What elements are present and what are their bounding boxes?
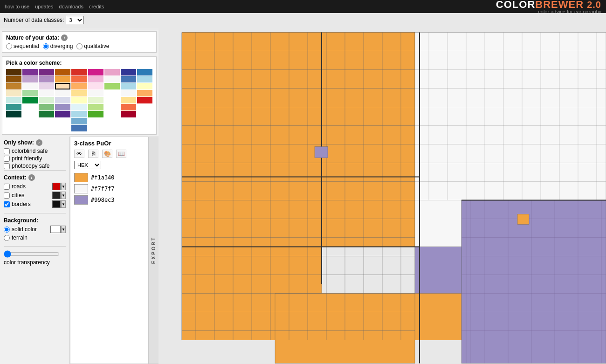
borders-checkbox[interactable] <box>4 201 10 207</box>
swatch-3-4[interactable] <box>39 90 54 96</box>
swatch-8-6[interactable] <box>121 104 136 110</box>
format-select[interactable]: HEX RGB CMYK HSL <box>74 161 101 169</box>
swatch-6-5[interactable] <box>88 97 103 103</box>
swatch-5-8[interactable] <box>71 118 87 124</box>
swatch-4-3[interactable] <box>55 83 70 89</box>
swatch-8-2[interactable] <box>121 76 136 82</box>
swatch-7-1[interactable] <box>104 69 120 76</box>
borders-option[interactable]: borders <box>4 201 50 207</box>
swatch-8-7[interactable] <box>121 111 136 117</box>
swatch-8-1[interactable] <box>121 69 136 76</box>
nav-downloads[interactable]: downloads <box>59 4 83 9</box>
eye-icon[interactable]: 👁 <box>74 150 84 158</box>
book-icon[interactable]: 📖 <box>116 150 126 158</box>
swatch-3-7[interactable] <box>39 111 54 117</box>
cities-checkbox[interactable] <box>4 192 10 199</box>
swatch-5-2[interactable] <box>71 76 87 82</box>
swatch-9-1[interactable] <box>137 69 152 76</box>
colorblind-option[interactable]: colorblind safe <box>4 148 48 154</box>
swatch-5-6[interactable] <box>71 104 87 110</box>
swatch-1-5[interactable] <box>6 97 21 103</box>
swatch-7-3[interactable] <box>104 83 120 89</box>
transparency-slider[interactable] <box>4 250 60 258</box>
swatch-6-6[interactable] <box>88 104 103 110</box>
swatch-9-5[interactable] <box>137 97 152 103</box>
qualitative-option[interactable]: qualitative <box>76 43 109 49</box>
swatch-8-3[interactable] <box>121 83 136 89</box>
cities-swatch[interactable] <box>52 192 61 199</box>
print-checkbox[interactable] <box>4 156 10 162</box>
terrain-radio[interactable] <box>4 235 10 241</box>
swatch-1-1[interactable] <box>6 69 21 76</box>
swatch-6-2[interactable] <box>88 76 103 82</box>
diverging-radio[interactable] <box>43 43 49 49</box>
print-option[interactable]: print friendly <box>4 155 42 162</box>
roads-swatch[interactable] <box>52 183 61 190</box>
swatch-8-4[interactable] <box>121 90 136 96</box>
nav-how-to-use[interactable]: how to use <box>5 4 29 9</box>
swatch-4-1[interactable] <box>55 69 70 76</box>
swatch-2-5[interactable] <box>22 97 38 103</box>
swatch-1-3[interactable] <box>6 83 21 89</box>
swatch-4-5[interactable] <box>55 97 70 103</box>
swatch-1-2[interactable] <box>6 76 21 82</box>
swatch-6-3[interactable] <box>88 83 103 89</box>
nature-info-icon[interactable]: i <box>61 34 68 41</box>
diverging-option[interactable]: diverging <box>43 43 73 49</box>
swatch-5-9[interactable] <box>71 125 87 131</box>
roads-checkbox[interactable] <box>4 184 10 190</box>
swatch-2-2[interactable] <box>22 76 38 82</box>
palette-icon[interactable]: 🎨 <box>102 150 112 158</box>
bg-swatch[interactable] <box>50 226 61 233</box>
borders-color-btn[interactable]: ▼ <box>52 200 66 208</box>
roads-color-btn[interactable]: ▼ <box>52 183 66 190</box>
bg-arrow[interactable]: ▼ <box>61 226 66 233</box>
nav-updates[interactable]: updates <box>35 4 53 9</box>
copy-icon[interactable]: ⎘ <box>88 150 98 158</box>
sequential-option[interactable]: sequential <box>6 43 39 49</box>
photocopy-checkbox[interactable] <box>4 163 10 169</box>
swatch-1-6[interactable] <box>6 104 21 110</box>
photocopy-option[interactable]: photocopy safe <box>4 163 49 169</box>
solid-radio[interactable] <box>4 227 10 233</box>
swatch-4-7[interactable] <box>55 111 70 117</box>
swatch-1-4[interactable] <box>6 90 21 96</box>
cities-arrow[interactable]: ▼ <box>61 192 66 199</box>
roads-option[interactable]: roads <box>4 183 50 190</box>
swatch-5-7[interactable] <box>71 111 87 117</box>
swatch-2-1[interactable] <box>22 69 38 76</box>
num-classes-select[interactable]: 3456 78910 1112 <box>66 16 84 24</box>
swatch-5-3[interactable] <box>71 83 87 89</box>
swatch-4-2[interactable] <box>55 76 70 82</box>
swatch-4-4[interactable] <box>55 90 70 96</box>
context-info-icon[interactable]: i <box>28 174 35 181</box>
sequential-radio[interactable] <box>6 43 12 49</box>
nav-credits[interactable]: credits <box>89 4 104 9</box>
swatch-2-4[interactable] <box>22 90 38 96</box>
swatch-3-3[interactable] <box>39 83 54 89</box>
colorblind-checkbox[interactable] <box>4 148 10 154</box>
swatch-9-2[interactable] <box>137 76 152 82</box>
swatch-5-1[interactable] <box>71 69 87 76</box>
swatch-6-1[interactable] <box>88 69 103 76</box>
qualitative-radio[interactable] <box>76 43 83 49</box>
swatch-2-3[interactable] <box>22 83 38 89</box>
swatch-5-5[interactable] <box>71 97 87 103</box>
cities-color-btn[interactable]: ▼ <box>52 192 66 199</box>
swatch-6-7[interactable] <box>88 111 103 117</box>
swatch-6-4[interactable] <box>88 90 103 96</box>
swatch-8-5[interactable] <box>121 97 136 103</box>
bg-color-btn[interactable]: ▼ <box>50 226 66 233</box>
swatch-3-5[interactable] <box>39 97 54 103</box>
terrain-option[interactable]: terrain <box>4 234 66 241</box>
roads-arrow[interactable]: ▼ <box>61 183 66 190</box>
borders-arrow[interactable]: ▼ <box>61 200 66 208</box>
swatch-3-6[interactable] <box>39 104 54 110</box>
solid-color-option[interactable]: solid color <box>4 226 48 233</box>
swatch-1-7[interactable] <box>6 111 21 117</box>
swatch-3-2[interactable] <box>39 76 54 82</box>
swatch-9-4[interactable] <box>137 90 152 96</box>
swatch-7-2[interactable] <box>104 76 120 82</box>
swatch-3-1[interactable] <box>39 69 54 76</box>
export-tab[interactable]: EXPORT <box>148 137 158 364</box>
